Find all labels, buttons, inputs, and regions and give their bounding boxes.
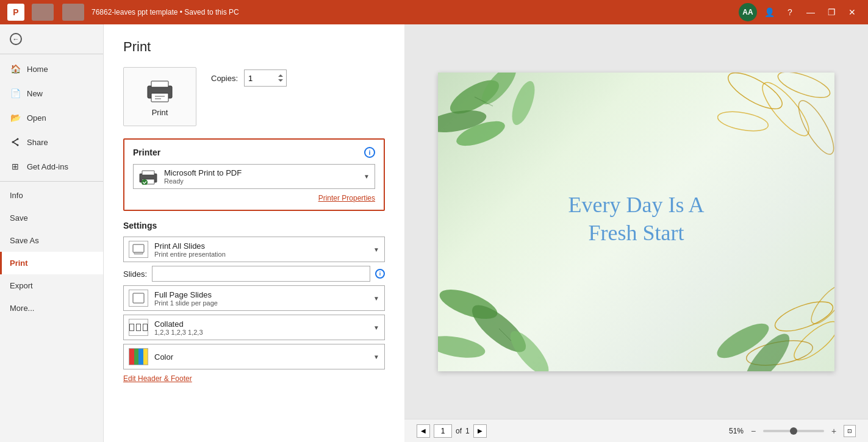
settings-title: Settings <box>123 221 385 230</box>
full-page-arrow: ▼ <box>373 295 379 302</box>
printer-info-icon[interactable]: i <box>364 147 375 158</box>
print-all-slides-dropdown[interactable]: Print All Slides Print entire presentati… <box>123 237 385 262</box>
help-button[interactable]: ? <box>781 4 798 21</box>
svg-point-0 <box>17 138 19 140</box>
sidebar-divider <box>0 54 103 54</box>
main-layout: ← 🏠 Home 📄 New 📂 Open Share <box>0 24 868 442</box>
sidebar-item-print[interactable]: Print <box>0 252 103 274</box>
svg-point-12 <box>154 175 156 177</box>
svg-rect-14 <box>133 244 144 252</box>
search-people-button[interactable]: 👤 <box>761 4 778 21</box>
sidebar-item-open[interactable]: 📂 Open <box>0 105 103 130</box>
sidebar-item-get-addins[interactable]: ⊞ Get Add-ins <box>0 154 103 179</box>
sidebar-item-info[interactable]: Info <box>0 184 103 207</box>
current-page-input[interactable] <box>434 424 452 438</box>
slides-row: Slides: i <box>123 266 385 282</box>
svg-point-2 <box>17 144 19 146</box>
sidebar-item-export[interactable]: Export <box>0 274 103 297</box>
color-icon <box>129 348 148 365</box>
ribbon-icon-1 <box>32 4 54 21</box>
avatar[interactable]: AA <box>739 3 757 21</box>
print-all-slides-arrow: ▼ <box>373 246 379 253</box>
slide-preview: Every Day Is A Fresh Start <box>438 73 834 371</box>
printer-icon <box>145 79 174 103</box>
open-icon: 📂 <box>10 112 21 123</box>
color-dropdown[interactable]: Color ▼ <box>123 344 385 369</box>
svg-rect-15 <box>134 252 143 254</box>
collated-dropdown[interactable]: Collated 1,2,3 1,2,3 1,2,3 ▼ <box>123 315 385 340</box>
zoom-slider-thumb <box>790 427 797 435</box>
slides-icon <box>129 241 148 258</box>
full-page-icon <box>129 290 148 307</box>
sidebar-item-save-as[interactable]: Save As <box>0 229 103 252</box>
print-content-panel: Print Print Copies: P <box>104 24 404 442</box>
full-page-text: Full Page Slides Print 1 slide per page <box>154 290 367 307</box>
page-navigation: ◀ of 1 ▶ <box>417 424 487 438</box>
printer-dropdown[interactable]: Microsoft Print to PDF Ready ▼ <box>133 164 375 189</box>
copies-row: Copies: <box>211 70 287 87</box>
back-button[interactable]: ← <box>0 27 103 51</box>
svg-rect-4 <box>151 81 168 87</box>
slides-label: Slides: <box>123 269 147 279</box>
zoom-in-button[interactable]: + <box>828 425 840 437</box>
edit-header-footer-link[interactable]: Edit Header & Footer <box>123 374 385 383</box>
sidebar-item-share[interactable]: Share <box>0 130 103 154</box>
zoom-out-button[interactable]: − <box>747 425 759 437</box>
printer-name: Microsoft Print to PDF <box>164 168 357 177</box>
printer-section-title: Printer i <box>133 147 375 158</box>
minimize-button[interactable]: — <box>802 4 819 21</box>
svg-rect-7 <box>155 98 161 99</box>
slides-input[interactable] <box>152 266 370 282</box>
print-all-slides-text: Print All Slides Print entire presentati… <box>154 241 367 258</box>
printer-section: Printer i Microsoft Print to PDF Ready <box>123 138 385 211</box>
maximize-button[interactable]: ❐ <box>823 4 840 21</box>
next-page-button[interactable]: ▶ <box>473 424 487 438</box>
svg-rect-16 <box>133 293 144 303</box>
prev-page-button[interactable]: ◀ <box>417 424 430 438</box>
preview-inner: Every Day Is A Fresh Start <box>404 24 868 419</box>
full-page-slides-dropdown[interactable]: Full Page Slides Print 1 slide per page … <box>123 285 385 311</box>
sidebar-item-save[interactable]: Save <box>0 207 103 229</box>
print-button[interactable]: Print <box>123 67 196 126</box>
preview-footer: ◀ of 1 ▶ 51% − + ⊡ <box>404 419 868 442</box>
new-icon: 📄 <box>10 88 21 99</box>
svg-rect-6 <box>155 96 165 97</box>
print-button-label: Print <box>152 108 168 117</box>
collated-icon <box>129 319 148 336</box>
ribbon-icon-2 <box>62 4 84 21</box>
addins-icon: ⊞ <box>10 161 21 172</box>
printer-name-block: Microsoft Print to PDF Ready <box>164 168 357 185</box>
settings-section: Settings Print All Slides Print entire p… <box>123 221 385 383</box>
sidebar-divider-2 <box>0 181 103 182</box>
share-icon <box>10 137 21 148</box>
home-icon: 🏠 <box>10 63 21 74</box>
sidebar-item-new[interactable]: 📄 New <box>0 81 103 105</box>
page-total: 1 <box>465 427 470 435</box>
collated-arrow: ▼ <box>373 324 379 331</box>
printer-small-icon <box>138 169 158 185</box>
titlebar: P 76862-leaves ppt template • Saved to t… <box>0 0 868 24</box>
zoom-level: 51% <box>729 427 744 435</box>
sidebar-item-more[interactable]: More... <box>0 297 103 319</box>
print-top-row: Print Copies: <box>123 67 385 126</box>
slide-text: Every Day Is A Fresh Start <box>569 190 705 248</box>
page-title: Print <box>123 39 385 55</box>
printer-properties-link[interactable]: Printer Properties <box>133 194 375 202</box>
color-text: Color <box>154 352 367 362</box>
sidebar-item-home[interactable]: 🏠 Home <box>0 57 103 81</box>
printer-status: Ready <box>164 177 357 185</box>
svg-point-8 <box>167 88 170 91</box>
collated-text: Collated 1,2,3 1,2,3 1,2,3 <box>154 319 367 336</box>
color-arrow: ▼ <box>373 354 379 360</box>
close-button[interactable]: ✕ <box>844 4 861 21</box>
slides-info-icon[interactable]: i <box>375 269 385 279</box>
copies-input[interactable] <box>244 70 287 87</box>
svg-point-1 <box>12 141 14 143</box>
back-icon: ← <box>10 33 22 45</box>
printer-dropdown-arrow: ▼ <box>364 173 370 180</box>
svg-rect-10 <box>142 171 154 175</box>
zoom-slider[interactable] <box>763 430 824 432</box>
document-title: 76862-leaves ppt template • Saved to thi… <box>91 8 733 16</box>
svg-rect-5 <box>151 93 168 102</box>
fit-page-button[interactable]: ⊡ <box>844 425 856 437</box>
